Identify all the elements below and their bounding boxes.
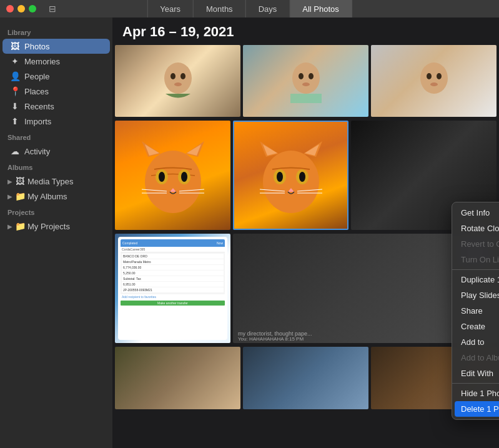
menu-item-rotate[interactable]: Rotate Clockwise xyxy=(452,221,499,236)
photo-thumb-screenshot[interactable]: Completed Now CordaCareer395 BANCO DE OR… xyxy=(115,234,230,343)
library-section-label: Library xyxy=(0,24,112,39)
photo-thumb-bottom-2[interactable] xyxy=(243,347,368,409)
menu-item-hide-label: Hide 1 Photo xyxy=(461,389,499,398)
chevron-right-icon: ▶ xyxy=(7,178,12,185)
window-controls-group: ⊟ xyxy=(0,4,56,14)
sidebar-activity-label: Activity xyxy=(24,147,50,156)
photos-icon: 🖼 xyxy=(10,41,20,51)
date-header: Apr 16 – 19, 2021 xyxy=(112,17,499,45)
projects-section-label: Projects xyxy=(0,204,112,219)
my-albums-icon: 📁 xyxy=(15,191,25,201)
view-tabs: Years Months Days All Photos xyxy=(147,0,352,17)
menu-item-share[interactable]: Share ▶ xyxy=(452,303,499,319)
people-icon: 👤 xyxy=(10,71,20,81)
sidebar-group-my-albums[interactable]: ▶ 📁 My Albums xyxy=(2,189,110,204)
sidebar-item-memories[interactable]: ✦ Memories xyxy=(2,54,110,69)
sidebar-media-types-label: Media Types xyxy=(27,177,73,186)
sidebar-memories-label: Memories xyxy=(24,57,60,66)
menu-item-delete[interactable]: Delete 1 Photo xyxy=(455,401,499,417)
sidebar-toggle-button[interactable]: ⊟ xyxy=(49,4,56,14)
tab-all-photos[interactable]: All Photos xyxy=(290,0,352,17)
places-icon: 📍 xyxy=(10,86,20,96)
sidebar-group-my-projects[interactable]: ▶ 📁 My Projects xyxy=(2,219,110,234)
sidebar-group-media-types[interactable]: ▶ 🖼 Media Types xyxy=(2,174,110,189)
svg-point-2 xyxy=(180,73,185,79)
tab-years[interactable]: Years xyxy=(147,0,194,17)
svg-point-20 xyxy=(159,172,165,182)
menu-item-get-info-label: Get Info xyxy=(461,208,499,217)
tab-days[interactable]: Days xyxy=(246,0,290,17)
chevron-right-icon-3: ▶ xyxy=(7,223,12,230)
menu-item-delete-label: Delete 1 Photo xyxy=(461,404,499,414)
sidebar-item-activity[interactable]: ☁ Activity xyxy=(2,144,110,159)
menu-item-live-photo-label: Turn On Live Photo xyxy=(461,255,499,264)
menu-item-slideshow[interactable]: Play Slideshow xyxy=(452,287,499,303)
maximize-button[interactable] xyxy=(29,5,36,12)
menu-item-add-to-album: Add to Album xyxy=(452,350,499,366)
photo-thumb-baby-3[interactable] xyxy=(371,45,497,117)
close-button[interactable] xyxy=(6,5,14,12)
context-menu: Get Info Rotate Clockwise Revert to Orig… xyxy=(452,202,499,420)
sidebar-item-recents[interactable]: ⬇ Recents xyxy=(2,99,110,114)
sidebar-item-imports[interactable]: ⬆ Imports xyxy=(2,114,110,129)
photo-row-2: G-TINDIGI xyxy=(112,121,499,230)
svg-point-5 xyxy=(299,73,304,79)
media-types-icon: 🖼 xyxy=(15,176,25,186)
title-bar: ⊟ Years Months Days All Photos xyxy=(0,0,499,17)
sidebar-my-albums-label: My Albums xyxy=(27,192,67,201)
photo-thumb-baby-2[interactable] xyxy=(243,45,368,117)
menu-item-duplicate[interactable]: Duplicate 1 Photo xyxy=(452,272,499,287)
photo-grid: G-TINDIGI Completed Now CordaCareer395 B… xyxy=(112,45,499,444)
menu-item-hide[interactable]: Hide 1 Photo xyxy=(452,386,499,401)
svg-point-27 xyxy=(263,151,319,213)
svg-point-3 xyxy=(174,82,182,86)
menu-item-create-label: Create xyxy=(461,322,499,331)
photo-thumb-cat-2[interactable] xyxy=(233,121,348,230)
menu-item-duplicate-label: Duplicate 1 Photo xyxy=(461,275,499,284)
sidebar: Library 🖼 Photos ✦ Memories 👤 People 📍 P… xyxy=(0,17,112,448)
menu-separator-2 xyxy=(452,383,499,384)
svg-point-11 xyxy=(437,73,442,79)
sidebar-item-photos[interactable]: 🖼 Photos xyxy=(2,39,110,54)
imports-icon: ⬆ xyxy=(10,116,20,126)
sidebar-item-people[interactable]: 👤 People xyxy=(2,69,110,84)
menu-item-revert-label: Revert to Original xyxy=(461,239,499,249)
sidebar-my-projects-label: My Projects xyxy=(27,222,70,231)
sidebar-people-label: People xyxy=(24,72,49,81)
recents-icon: ⬇ xyxy=(10,101,20,111)
albums-section-label: Albums xyxy=(0,159,112,174)
menu-item-add-to[interactable]: Add to ▶ xyxy=(452,334,499,350)
svg-rect-8 xyxy=(290,94,322,103)
memories-icon: ✦ xyxy=(10,56,20,66)
menu-item-edit-with-label: Edit With xyxy=(461,369,499,378)
shared-section-label: Shared xyxy=(0,129,112,144)
my-projects-icon: 📁 xyxy=(15,221,25,231)
menu-item-rotate-label: Rotate Clockwise xyxy=(461,224,499,233)
sidebar-recents-label: Recents xyxy=(24,102,54,111)
photo-row-3: Completed Now CordaCareer395 BANCO DE OR… xyxy=(112,234,499,343)
menu-item-revert: Revert to Original xyxy=(452,236,499,252)
svg-point-35 xyxy=(299,172,305,182)
svg-point-34 xyxy=(277,172,283,182)
menu-item-create[interactable]: Create ▶ xyxy=(452,319,499,334)
svg-point-13 xyxy=(145,151,201,213)
svg-point-1 xyxy=(170,73,175,79)
menu-item-get-info[interactable]: Get Info xyxy=(452,205,499,221)
svg-point-21 xyxy=(181,172,187,182)
svg-point-10 xyxy=(427,73,432,79)
menu-item-edit-with[interactable]: Edit With ▶ xyxy=(452,366,499,381)
menu-item-slideshow-label: Play Slideshow xyxy=(461,291,499,300)
svg-point-6 xyxy=(309,73,314,79)
photo-thumb-bottom-1[interactable] xyxy=(115,347,240,409)
content-area: Apr 16 – 19, 2021 xyxy=(112,17,499,448)
svg-point-7 xyxy=(302,82,310,86)
sidebar-places-label: Places xyxy=(24,87,49,96)
photo-thumb-cat-1[interactable] xyxy=(115,121,230,230)
menu-separator-1 xyxy=(452,269,499,270)
photo-thumb-baby-1[interactable] xyxy=(115,45,240,117)
tab-months[interactable]: Months xyxy=(194,0,246,17)
svg-point-0 xyxy=(164,62,192,94)
minimize-button[interactable] xyxy=(17,5,25,12)
menu-item-share-label: Share xyxy=(461,306,499,316)
sidebar-item-places[interactable]: 📍 Places xyxy=(2,84,110,99)
